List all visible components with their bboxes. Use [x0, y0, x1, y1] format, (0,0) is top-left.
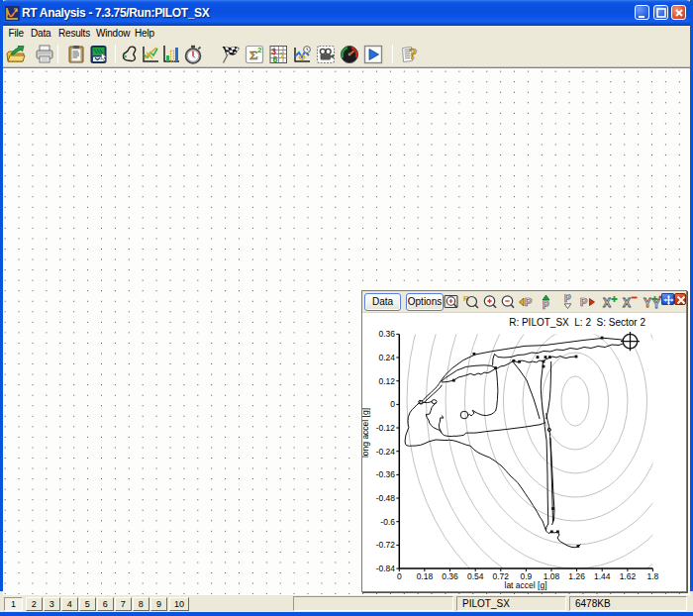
svg-text:7: 7 [280, 51, 285, 60]
svg-text:?: ? [409, 45, 418, 63]
svg-text:-0.36: -0.36 [376, 469, 396, 479]
svg-text:P: P [564, 294, 571, 304]
svg-text:P: P [543, 300, 549, 310]
svg-text:1.8: 1.8 [646, 571, 658, 581]
svg-text:Y: Y [652, 297, 660, 310]
svg-text:2: 2 [257, 46, 262, 54]
svg-text:1.26: 1.26 [568, 571, 585, 581]
svg-text:P: P [580, 296, 587, 308]
svg-text:-0.72: -0.72 [376, 540, 396, 550]
svg-text:1.62: 1.62 [620, 571, 637, 581]
svg-text:Y: Y [644, 296, 651, 310]
svg-text:0.12: 0.12 [378, 376, 395, 386]
svg-text:0.24: 0.24 [378, 353, 395, 362]
svg-text:-0.48: -0.48 [376, 493, 396, 503]
svg-text:lat accel [g]: lat accel [g] [505, 580, 547, 590]
svg-text:-0.12: -0.12 [376, 423, 396, 433]
svg-text:0.54: 0.54 [467, 571, 484, 581]
svg-text:0.36: 0.36 [378, 329, 395, 339]
svg-text:-0.84: -0.84 [376, 564, 396, 573]
svg-text:X: X [603, 296, 611, 310]
svg-text:6: 6 [273, 54, 278, 64]
svg-text:1.44: 1.44 [594, 571, 611, 581]
svg-text:0: 0 [390, 399, 395, 409]
svg-text:X: X [623, 296, 631, 310]
svg-text:P: P [525, 296, 532, 308]
svg-text:0: 0 [397, 571, 402, 581]
svg-text:-0.6: -0.6 [380, 517, 395, 527]
svg-text:long accel [g]: long accel [g] [362, 408, 370, 458]
svg-text:-0.24: -0.24 [376, 447, 396, 457]
svg-text:0.18: 0.18 [417, 571, 434, 581]
svg-text:0.36: 0.36 [442, 571, 458, 581]
